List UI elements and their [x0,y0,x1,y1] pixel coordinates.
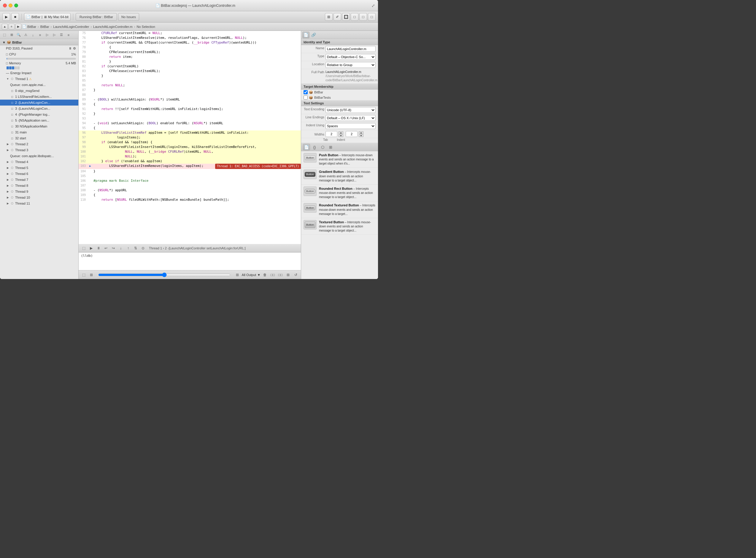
widget-tab-grid[interactable]: ⊞ [327,144,334,150]
debug-btn-up[interactable]: ↑ [125,245,131,251]
indent-decrement[interactable]: ▼ [359,134,363,137]
thread-6-header[interactable]: ▶ ⬡ Thread 6 [0,171,78,177]
debug-btn-updown[interactable]: ⇅ [132,245,139,251]
maximize-button[interactable] [14,4,18,7]
panel-btn-3[interactable]: □ [368,13,375,21]
code-editor[interactable]: 75 CFURLRef currentItemURL = NULL; 76 LS… [79,31,301,244]
lineendings-select[interactable]: Default – OS X / Unix (LF) [325,115,375,121]
debug-step-out[interactable]: ↓ [118,245,124,251]
breadcrumb-bitbar-1[interactable]: BitBar [27,25,36,28]
thread-7-header[interactable]: ▶ ⬡ Thread 7 [0,177,78,183]
layout-btn-1[interactable]: 🔲 [342,13,350,21]
split-btn-2[interactable]: □□ [277,272,284,278]
widget-tab-3d[interactable]: ⬡ [319,144,326,150]
minimize-button[interactable] [8,4,13,7]
scheme-selector[interactable]: 📄 BitBar | 🖥 My Mac 64-bit [24,13,71,21]
breadcrumb-selection[interactable]: No Selection [137,25,155,28]
thread-2-header[interactable]: ▶ ⬡ Thread 2 [0,141,78,147]
breadcrumb-controller-folder[interactable]: LaunchAtLoginController [53,25,89,28]
thread-5-header[interactable]: ▶ ⬡ Thread 5 [0,165,78,171]
tab-increment[interactable]: ▲ [339,131,343,134]
expand-console-btn[interactable]: ⊞ [285,272,291,278]
breadcrumb-bitbar-2[interactable]: BitBar [40,25,49,28]
nav-btn-2[interactable]: ⊞ [8,32,15,38]
target-bitbar-checkbox[interactable] [303,90,308,94]
run-button[interactable]: ▶ [2,13,10,21]
debug-btn-1[interactable]: ⬚ [80,245,87,251]
thread-3-header[interactable]: ▶ ⬡ Thread 3 [0,147,78,153]
tab-input[interactable] [325,131,337,137]
frame-0[interactable]: □ 0 objc_msgSend [0,88,78,94]
close-button[interactable] [3,4,7,7]
frame-5[interactable]: □ 5 -[NSApplication sen... [0,118,78,123]
settings-icon[interactable]: ⚙ [73,47,76,50]
debug-btn-3[interactable]: ⏸ [95,245,102,251]
nav-btn-7[interactable]: ▷ [44,32,50,38]
bottom-btn-1[interactable]: ⬚ [80,272,87,278]
split-btn-1[interactable]: □□ [269,272,276,278]
nav-btn-4[interactable]: ⚠ [23,32,29,38]
frame-30[interactable]: □ 30 NSApplicationMain [0,123,78,129]
thread-9-header[interactable]: ▶ ⬡ Thread 9 [0,188,78,195]
bottom-btn-3[interactable]: ⊞ [234,272,241,278]
frame-2[interactable]: □ 2 -[LaunchAtLoginCon... [0,100,78,105]
breadcrumb-file[interactable]: LaunchAtLoginController.m [93,25,132,28]
thread-10-header[interactable]: ▶ ⬡ Thread 10 [0,195,78,200]
expand-icon[interactable]: ⤢ [371,3,375,8]
inspector-tab-file[interactable]: 📄 [302,32,310,38]
editor-options[interactable]: ✐ [334,13,341,21]
tab-decrement[interactable]: ▼ [339,134,343,137]
nav-forward-button[interactable]: ▶ [16,24,21,30]
nav-btn-5[interactable]: ↓ [30,32,36,38]
thread-4-header[interactable]: ▶ ⬡ Thread 4 [0,159,78,165]
nav-btn-9[interactable]: ☰ [58,32,65,38]
encoding-select[interactable]: Unicode (UTF-8) [325,107,375,113]
stop-button[interactable]: ■ [11,13,19,21]
nav-back-button[interactable]: ▲ [2,24,8,30]
push-button-widget[interactable]: Button Push Button – Intercepts mouse-do… [301,151,378,168]
rounded-rect-button-widget[interactable]: Button Rounded Rect Button – Intercepts … [301,185,378,201]
indent-input[interactable] [346,131,358,137]
bottom-btn-2[interactable]: ⊞ [88,272,95,278]
navigator-toggle[interactable]: ⊞ [325,13,333,21]
textured-button-widget[interactable]: Button Textured Button – Intercepts mous… [301,218,378,235]
debug-btn-2[interactable]: ▶ [88,245,94,251]
widget-tab-doc[interactable]: 📄 [303,144,310,150]
panel-btn-1[interactable]: □ [351,13,359,21]
indent-using-select[interactable]: Spaces [325,123,375,129]
refresh-btn[interactable]: ↺ [293,272,299,278]
panel-btn-2[interactable]: □ [359,13,367,21]
memory-row[interactable]: □ Memory 5.4 MB [0,60,78,66]
jump-to-file[interactable]: ≡ [8,24,15,30]
target-bitbartests-checkbox[interactable] [303,96,308,100]
thread-8-header[interactable]: ▶ ⬡ Thread 8 [0,183,78,188]
inspector-tab-link[interactable]: 🔗 [310,32,317,38]
gradient-button-widget[interactable]: Button Gradient Button – Intercepts mous… [301,168,378,184]
trash-btn[interactable]: 🗑 [262,272,268,278]
frame-1[interactable]: □ 1 LSSharedFileListItem... [0,94,78,100]
nav-btn-3[interactable]: 🔍 [16,32,22,38]
nav-btn-10[interactable]: ≡ [65,32,72,38]
nav-btn-1[interactable]: ⬚ [1,32,8,38]
frame-3[interactable]: □ 3 -[LaunchAtLoginCon... [0,105,78,111]
location-select[interactable]: Relative to Group [325,62,375,68]
frame-4[interactable]: □ 4 -[PluginManager tog... [0,111,78,118]
nav-btn-8[interactable]: ▷ [51,32,57,38]
debug-step-into[interactable]: ↪ [110,245,117,251]
thread-1-header[interactable]: ▼ ⬡ Thread 1 [0,76,78,82]
widget-tab-code[interactable]: {} [311,144,318,150]
cpu-row[interactable]: □ CPU 1% [0,51,78,57]
nav-btn-6[interactable]: ≡ [37,32,43,38]
type-select[interactable]: Default – Objective-C So... [325,54,375,60]
thread-11-header[interactable]: ▶ ⬡ Thread 11 [0,200,78,206]
frame-32[interactable]: □ 32 start [0,135,78,141]
rounded-textured-button-widget[interactable]: Button Rounded Textured Button – Interce… [301,201,378,218]
energy-row[interactable]: — Energy Impact [0,70,78,76]
output-selector[interactable]: All Output ▼ [242,273,261,277]
frame-31[interactable]: □ 31 main [0,129,78,135]
debug-location[interactable]: ⊙ [140,245,146,251]
name-input[interactable] [325,46,375,52]
indent-increment[interactable]: ▲ [359,131,363,134]
pause-icon[interactable]: ⏸ [69,47,72,50]
zoom-slider[interactable] [98,273,230,277]
